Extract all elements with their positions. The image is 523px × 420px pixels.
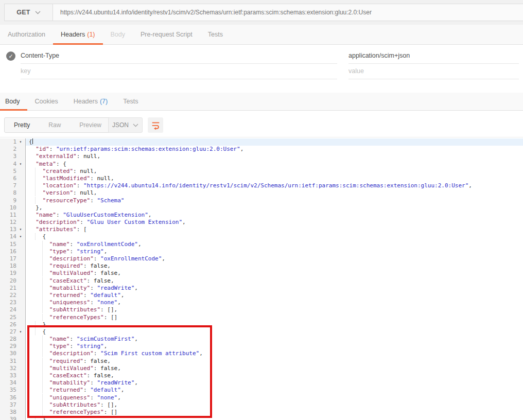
- header-key-field[interactable]: Content-Type: [21, 48, 337, 64]
- line-number: 1: [0, 138, 16, 146]
- indent-guide: [42, 394, 46, 401]
- view-mode-raw[interactable]: Raw: [39, 118, 70, 132]
- code-text[interactable]: "required": false,: [26, 262, 523, 270]
- code-text[interactable]: "referenceTypes": []: [26, 314, 523, 321]
- url-text: https://v244.ubuntu14.info/identity/rest…: [60, 9, 372, 16]
- code-text[interactable]: "meta": {: [26, 161, 523, 168]
- code-text[interactable]: "description": "Gluu User Custom Extensi…: [26, 219, 523, 226]
- code-text[interactable]: "type": "string",: [26, 343, 523, 350]
- code-text[interactable]: "name": "scimCustomFirst",: [26, 336, 523, 343]
- gutter-cell: 32: [0, 365, 26, 372]
- gutter-cell: 28: [0, 336, 26, 343]
- code-text[interactable]: },: [26, 204, 523, 212]
- code-text[interactable]: "caseExact": false,: [26, 277, 523, 285]
- code-text[interactable]: "returned": "default",: [26, 292, 523, 299]
- code-text[interactable]: "multiValued": false,: [26, 270, 523, 277]
- code-line: 17 "description": "oxEnrollmentCode",: [0, 255, 523, 262]
- code-text[interactable]: "mutability": "readWrite",: [26, 379, 523, 387]
- code-line: 14▾ {: [0, 233, 523, 240]
- code-line: 8 "version": null,: [0, 189, 523, 197]
- code-text[interactable]: "mutability": "readWrite",: [26, 285, 523, 292]
- code-text[interactable]: "id": "urn:ietf:params:scim:schemas:exte…: [26, 146, 523, 153]
- gutter-cell: 15: [0, 241, 26, 248]
- gutter-cell: 33: [0, 372, 26, 379]
- code-line: 30 "description": "Scim First custom att…: [0, 350, 523, 357]
- fold-arrow-icon[interactable]: ▾: [16, 226, 25, 233]
- code-text[interactable]: {: [26, 138, 523, 146]
- line-number: 25: [0, 314, 16, 321]
- line-number: 21: [0, 285, 16, 292]
- gutter-cell: 17: [0, 255, 26, 262]
- tab-authorization[interactable]: Authorization: [0, 25, 53, 44]
- code-text[interactable]: "uniqueness": "none",: [26, 299, 523, 306]
- code-text[interactable]: },: [26, 416, 523, 420]
- tab-tests[interactable]: Tests: [200, 25, 231, 44]
- code-text[interactable]: },: [26, 321, 523, 328]
- code-line: 1▾{: [0, 138, 523, 146]
- code-text[interactable]: "resourceType": "Schema": [26, 197, 523, 204]
- indent-guide: [42, 358, 46, 364]
- gutter-cell: 3: [0, 153, 26, 160]
- header-value-field[interactable]: application/scim+json: [348, 48, 519, 64]
- code-text[interactable]: "location": "https://v244.ubuntu14.info/…: [26, 182, 523, 189]
- fold-arrow-icon[interactable]: ▾: [16, 161, 25, 168]
- code-text[interactable]: "description": "oxEnrollmentCode",: [26, 255, 523, 262]
- response-tab-cookies[interactable]: Cookies: [27, 93, 66, 110]
- indent-guide: [42, 372, 46, 379]
- response-tab-headers[interactable]: Headers(7): [66, 93, 116, 110]
- code-text[interactable]: "externalId": null,: [26, 153, 523, 160]
- code-text[interactable]: "multiValued": false,: [26, 365, 523, 372]
- code-text[interactable]: "name": "oxEnrollmentCode",: [26, 241, 523, 248]
- code-text[interactable]: {: [26, 328, 523, 336]
- tab-body[interactable]: Body: [103, 25, 133, 44]
- response-tab-tests[interactable]: Tests: [115, 93, 146, 110]
- code-text[interactable]: "version": null,: [26, 189, 523, 197]
- view-mode-preview[interactable]: Preview: [70, 118, 111, 132]
- method-select[interactable]: GET: [4, 4, 53, 21]
- code-text[interactable]: "name": "GluuUserCustomExtension",: [26, 212, 523, 219]
- fold-arrow-icon[interactable]: ▾: [16, 138, 25, 146]
- line-number: 9: [0, 197, 16, 204]
- code-text[interactable]: "subAttributes": [],: [26, 306, 523, 313]
- fold-slot: [16, 285, 25, 292]
- indent-guide: [42, 336, 46, 342]
- fold-slot: [16, 270, 25, 277]
- line-number: 30: [0, 350, 16, 357]
- indent-guide: [42, 387, 46, 393]
- gutter-cell: 29: [0, 343, 26, 350]
- code-text[interactable]: "caseExact": false,: [26, 372, 523, 379]
- fold-arrow-icon[interactable]: ▾: [16, 328, 25, 336]
- fold-arrow-icon[interactable]: ▾: [16, 233, 25, 240]
- response-tab-body[interactable]: Body: [0, 93, 27, 110]
- tab-headers[interactable]: Headers(1): [53, 25, 103, 44]
- line-number: 17: [0, 255, 16, 262]
- format-select[interactable]: JSON: [108, 117, 143, 133]
- code-line: 36 "uniqueness": "none",: [0, 394, 523, 401]
- code-text[interactable]: "subAttributes": [],: [26, 401, 523, 409]
- wrap-text-button[interactable]: [148, 117, 163, 133]
- code-text[interactable]: "uniqueness": "none",: [26, 394, 523, 401]
- code-text[interactable]: {: [26, 233, 523, 240]
- headers-editor: ✓ Content-Type application/scim+json key…: [0, 45, 523, 93]
- code-text[interactable]: "attributes": [: [26, 226, 523, 233]
- code-text[interactable]: "lastModified": null,: [26, 175, 523, 182]
- code-text[interactable]: "created": null,: [26, 168, 523, 175]
- chevron-down-icon: [35, 11, 41, 14]
- header-enabled-checkbox[interactable]: ✓: [6, 51, 15, 61]
- tab-label: Body: [111, 31, 126, 38]
- code-text[interactable]: "description": "Scim First custom attrib…: [26, 350, 523, 357]
- code-text[interactable]: "required": false,: [26, 358, 523, 365]
- code-text[interactable]: "type": "string",: [26, 248, 523, 255]
- view-mode-pretty[interactable]: Pretty: [5, 118, 39, 132]
- fold-slot: [16, 394, 25, 401]
- code-text[interactable]: "returned": "default",: [26, 387, 523, 394]
- url-input[interactable]: https://v244.ubuntu14.info/identity/rest…: [53, 4, 523, 21]
- indent-guide: [42, 379, 46, 386]
- header-key-input[interactable]: key: [21, 64, 337, 79]
- gutter-cell: 4▾: [0, 161, 26, 168]
- code-line: 16 "type": "string",: [0, 248, 523, 255]
- code-line: 9 "resourceType": "Schema": [0, 197, 523, 204]
- header-value-input[interactable]: value: [348, 64, 519, 79]
- tab-pre-request-script[interactable]: Pre-request Script: [133, 25, 200, 44]
- code-text[interactable]: "referenceTypes": []: [26, 409, 523, 416]
